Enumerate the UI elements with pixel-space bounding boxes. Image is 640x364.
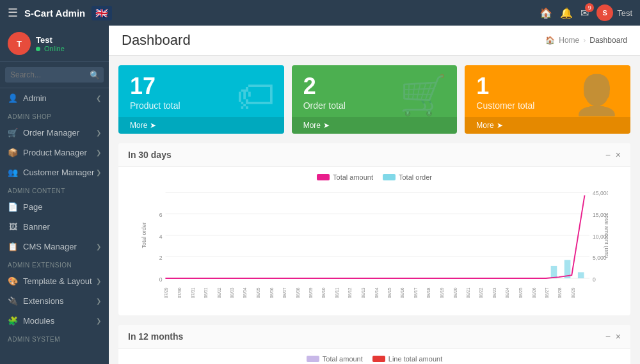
cms-manager-icon: 📋	[8, 242, 18, 251]
svg-rect-16	[551, 266, 557, 278]
product-more[interactable]: More ➤	[118, 117, 284, 134]
legend-12m-line-color	[372, 356, 385, 362]
chart-30days-legend: Total amount Total order	[128, 173, 621, 181]
chart-12months-close[interactable]: ×	[616, 331, 621, 342]
stat-card-product: 17 Product total 🏷 More ➤	[118, 65, 284, 134]
chart-30days-minimize[interactable]: −	[605, 150, 611, 160]
customer-manager-label: Customer Manager	[23, 168, 94, 177]
svg-text:08/16: 08/16	[400, 287, 404, 298]
order-manager-chevron: ❯	[96, 129, 101, 136]
sidebar-item-product-manager[interactable]: 📦 Product Manager ❯	[0, 143, 109, 162]
sidebar-item-admin[interactable]: 👤 Admin ❮	[0, 88, 109, 108]
search-input[interactable]	[5, 67, 104, 83]
order-more[interactable]: More ➤	[292, 117, 458, 134]
breadcrumb: 🏠 Home › Dashboard	[545, 36, 627, 45]
svg-text:08/03: 08/03	[230, 287, 234, 298]
legend-order: Total order	[383, 173, 432, 181]
page-label: Page	[23, 202, 42, 212]
svg-text:08/18: 08/18	[426, 287, 431, 298]
banner-icon: 🖼	[8, 222, 18, 232]
chart-30days-svg: 0 2 4 6 0 5,000 10,000 15,000 45,000 Tot…	[141, 186, 608, 309]
sidebar-item-template-layout[interactable]: 🎨 Template & Layout ❯	[0, 271, 109, 291]
content-area: 17 Product total 🏷 More ➤ 2 Order total …	[109, 56, 640, 364]
home-icon[interactable]: 🏠	[540, 7, 552, 19]
legend-amount-label: Total amount	[333, 173, 373, 181]
chart-30days-close[interactable]: ×	[616, 150, 621, 160]
admin-label: Admin	[23, 93, 47, 103]
chart-30days: In 30 days − × Total amount	[118, 143, 630, 315]
legend-amount-color	[317, 174, 330, 180]
modules-label: Modules	[23, 316, 54, 326]
sidebar-item-cms-manager[interactable]: 📋 CMS Manager ❯	[0, 237, 109, 257]
bell-badge[interactable]: 🔔	[560, 7, 573, 19]
status-dot	[36, 47, 40, 51]
legend-12m-line: Line total amount	[372, 355, 442, 363]
svg-text:08/08: 08/08	[296, 287, 300, 298]
flag-icon: 🇬🇧	[95, 7, 108, 19]
navbar-user[interactable]: S Test	[596, 4, 632, 21]
extensions-chevron: ❯	[96, 297, 101, 305]
banner-label: Banner	[23, 222, 50, 232]
svg-text:08/19: 08/19	[440, 287, 444, 298]
section-admin-content: ADMIN CONTENT	[0, 182, 109, 197]
svg-text:Total amount (Bht): Total amount (Bht)	[604, 213, 608, 258]
svg-text:08/28: 08/28	[557, 287, 562, 298]
svg-text:08/07: 08/07	[282, 287, 287, 298]
svg-text:08/26: 08/26	[532, 287, 536, 298]
admin-chevron: ❮	[96, 95, 101, 102]
svg-text:08/11: 08/11	[335, 287, 339, 298]
modules-chevron: ❯	[96, 317, 101, 324]
order-manager-icon: 🛒	[8, 128, 18, 138]
template-layout-chevron: ❯	[96, 278, 101, 285]
sidebar: T Test Online 🔍 👤 Admin ❮	[0, 26, 109, 364]
sidebar-item-extensions[interactable]: 🔌 Extensions ❯	[0, 291, 109, 311]
modules-icon: 🧩	[8, 316, 18, 326]
legend-order-color	[383, 174, 396, 180]
envelope-badge[interactable]: ✉ 9	[580, 7, 589, 19]
stat-cards: 17 Product total 🏷 More ➤ 2 Order total …	[118, 65, 630, 134]
svg-rect-18	[578, 272, 584, 278]
chart-12months-minimize[interactable]: −	[605, 331, 611, 342]
navbar-username: Test	[617, 8, 632, 18]
customer-icon: 👤	[573, 72, 621, 118]
customer-manager-chevron: ❯	[96, 169, 101, 176]
stat-card-order: 2 Order total 🛒 More ➤	[292, 65, 458, 134]
main-content: Dashboard 🏠 Home › Dashboard 17 Product …	[109, 26, 640, 364]
layout: T Test Online 🔍 👤 Admin ❮	[0, 26, 640, 364]
legend-12m-amount-label: Total amount	[323, 355, 363, 363]
page-header: Dashboard 🏠 Home › Dashboard	[109, 26, 640, 56]
breadcrumb-separator: ›	[583, 36, 586, 45]
language-selector[interactable]: 🇬🇧	[92, 6, 112, 20]
sidebar-item-page[interactable]: 📄 Page	[0, 197, 109, 217]
svg-text:08/12: 08/12	[348, 287, 352, 298]
envelope-count: 9	[585, 3, 594, 12]
chart-12months: In 12 months − × Total amount	[118, 325, 630, 364]
cms-manager-label: CMS Manager	[23, 242, 77, 251]
hamburger-icon[interactable]: ☰	[8, 6, 18, 20]
product-manager-label: Product Manager	[23, 148, 87, 157]
page-icon: 📄	[8, 202, 18, 212]
sidebar-search-wrap: 🔍	[5, 67, 104, 83]
svg-text:08/09: 08/09	[308, 287, 313, 298]
admin-item-left: 👤 Admin	[8, 93, 47, 103]
product-manager-chevron: ❯	[96, 149, 101, 156]
svg-text:08/25: 08/25	[518, 287, 523, 298]
sidebar-item-customer-manager[interactable]: 👥 Customer Manager ❯	[0, 162, 109, 182]
customer-more[interactable]: More ➤	[465, 117, 630, 134]
sidebar-item-order-manager[interactable]: 🛒 Order Manager ❯	[0, 123, 109, 143]
chart-30days-wrap: 0 2 4 6 0 5,000 10,000 15,000 45,000 Tot…	[128, 186, 621, 309]
sidebar-search-section: 🔍	[0, 62, 109, 88]
svg-text:08/22: 08/22	[479, 287, 483, 298]
chart-12months-legend: Total amount Line total amount	[128, 355, 621, 363]
svg-text:6: 6	[159, 212, 163, 218]
sidebar-item-banner[interactable]: 🖼 Banner	[0, 217, 109, 237]
svg-text:08/21: 08/21	[466, 287, 470, 298]
svg-text:07/30: 07/30	[177, 287, 182, 298]
legend-order-label: Total order	[399, 173, 432, 181]
extensions-icon: 🔌	[8, 296, 18, 306]
section-admin-shop: ADMIN SHOP	[0, 108, 109, 123]
svg-text:08/05: 08/05	[256, 287, 260, 298]
sidebar-item-modules[interactable]: 🧩 Modules ❯	[0, 311, 109, 331]
svg-text:4: 4	[159, 233, 163, 240]
svg-text:08/27: 08/27	[545, 287, 549, 298]
